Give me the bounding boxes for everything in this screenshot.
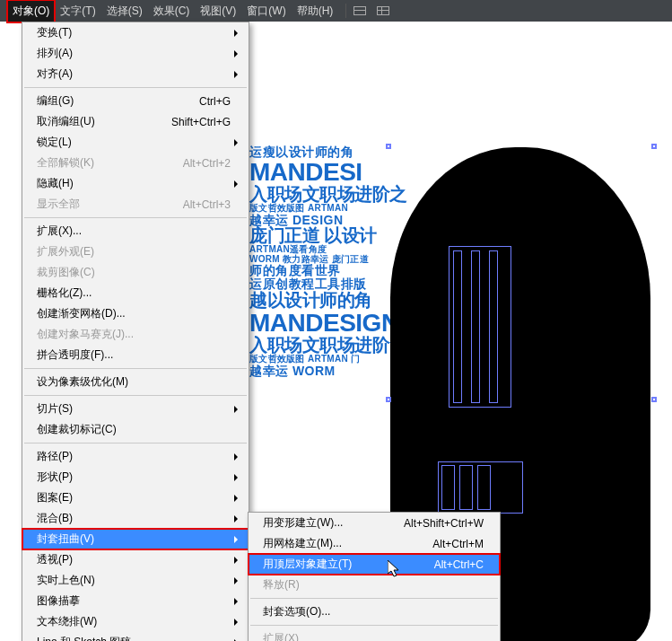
menu-separator bbox=[24, 395, 247, 396]
menu-arrange[interactable]: 排列(A) bbox=[22, 43, 249, 64]
menu-separator bbox=[24, 217, 247, 218]
menu-lock[interactable]: 锁定(L) bbox=[22, 132, 249, 153]
menu-pattern[interactable]: 图案(E) bbox=[22, 487, 249, 508]
menu-envelope-distort[interactable]: 封套扭曲(V) bbox=[22, 529, 249, 549]
selection-handle[interactable] bbox=[651, 397, 657, 402]
menu-line-sketch[interactable]: Line 和 Sketch 图稿 bbox=[22, 632, 249, 641]
svg-marker-0 bbox=[388, 560, 398, 576]
menu-separator bbox=[250, 625, 498, 626]
menu-perspective[interactable]: 透视(P) bbox=[22, 549, 249, 570]
submenu-make-with-warp[interactable]: 用变形建立(W)... Alt+Shift+Ctrl+W bbox=[249, 513, 500, 533]
menu-select[interactable]: 选择(S) bbox=[101, 0, 148, 22]
menu-gradient-mesh[interactable]: 创建渐变网格(D)... bbox=[22, 303, 249, 324]
menu-object-mosaic: 创建对象马赛克(J)... bbox=[22, 324, 249, 345]
menu-rasterize[interactable]: 栅格化(Z)... bbox=[22, 283, 249, 303]
menu-pixel-perfect[interactable]: 设为像素级优化(M) bbox=[22, 372, 249, 392]
mesh-grid bbox=[441, 465, 455, 510]
menu-transform[interactable]: 变换(T) bbox=[22, 22, 249, 43]
selection-handle[interactable] bbox=[386, 397, 391, 402]
menu-show-all: 显示全部Alt+Ctrl+3 bbox=[22, 194, 249, 215]
envelope-submenu: 用变形建立(W)... Alt+Shift+Ctrl+W 用网格建立(M)...… bbox=[248, 512, 501, 641]
menubar: 对象(O) 文字(T) 选择(S) 效果(C) 视图(V) 窗口(W) 帮助(H… bbox=[0, 0, 672, 22]
menu-hide[interactable]: 隐藏(H) bbox=[22, 173, 249, 194]
selection-handle[interactable] bbox=[651, 144, 657, 149]
menu-text-wrap[interactable]: 文本绕排(W) bbox=[22, 611, 249, 632]
menu-window[interactable]: 窗口(W) bbox=[241, 0, 291, 22]
submenu-envelope-options[interactable]: 封套选项(O)... bbox=[249, 601, 500, 622]
submenu-make-with-top-object[interactable]: 用顶层对象建立(T) Alt+Ctrl+C bbox=[249, 554, 500, 575]
menu-separator bbox=[24, 87, 247, 88]
menu-object[interactable]: 对象(O) bbox=[7, 0, 55, 22]
object-menu: 变换(T) 排列(A) 对齐(A) 编组(G)Ctrl+G 取消编组(U)Shi… bbox=[22, 22, 249, 641]
menu-help[interactable]: 帮助(H) bbox=[292, 0, 339, 22]
menu-flatten-transparency[interactable]: 拼合透明度(F)... bbox=[22, 345, 249, 365]
menu-trim-marks[interactable]: 创建裁切标记(C) bbox=[22, 419, 249, 440]
menu-align[interactable]: 对齐(A) bbox=[22, 64, 249, 84]
mesh-grid bbox=[477, 465, 491, 510]
workspace-layout-alt-icon[interactable] bbox=[377, 6, 389, 15]
menu-effect[interactable]: 效果(C) bbox=[148, 0, 196, 22]
menu-path[interactable]: 路径(P) bbox=[22, 446, 249, 467]
menu-expand-appearance: 扩展外观(E) bbox=[22, 241, 249, 262]
mesh-grid bbox=[453, 250, 462, 403]
menu-ungroup[interactable]: 取消编组(U)Shift+Ctrl+G bbox=[22, 111, 249, 132]
submenu-make-with-mesh[interactable]: 用网格建立(M)... Alt+Ctrl+M bbox=[249, 533, 500, 554]
menu-live-paint[interactable]: 实时上色(N) bbox=[22, 570, 249, 591]
mesh-grid bbox=[459, 465, 473, 510]
menubar-separator bbox=[345, 4, 346, 18]
mesh-grid bbox=[471, 250, 480, 403]
workspace-layout-icon[interactable] bbox=[353, 6, 366, 15]
submenu-expand: 扩展(X) bbox=[249, 628, 500, 641]
menu-crop-image: 裁剪图像(C) bbox=[22, 262, 249, 283]
menu-slice[interactable]: 切片(S) bbox=[22, 399, 249, 419]
menu-shape[interactable]: 形状(P) bbox=[22, 467, 249, 487]
menu-separator bbox=[24, 368, 247, 369]
mesh-grid bbox=[489, 250, 498, 403]
menu-group[interactable]: 编组(G)Ctrl+G bbox=[22, 91, 249, 111]
menu-unlock-all: 全部解锁(K)Alt+Ctrl+2 bbox=[22, 153, 249, 173]
menu-separator bbox=[250, 598, 498, 599]
menu-view[interactable]: 视图(V) bbox=[195, 0, 241, 22]
submenu-release: 释放(R) bbox=[249, 575, 500, 595]
menu-separator bbox=[24, 443, 247, 443]
selection-handle[interactable] bbox=[386, 144, 391, 149]
menu-blend[interactable]: 混合(B) bbox=[22, 508, 249, 529]
menu-type[interactable]: 文字(T) bbox=[55, 0, 100, 22]
menu-image-trace[interactable]: 图像描摹 bbox=[22, 591, 249, 611]
menu-expand[interactable]: 扩展(X)... bbox=[22, 221, 249, 241]
